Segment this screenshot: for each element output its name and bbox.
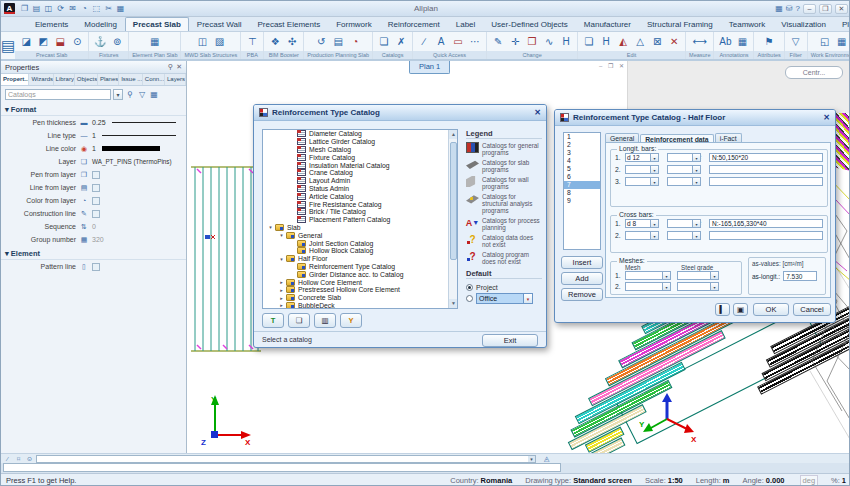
distributor-input[interactable]: N:50,150*20 [709, 153, 823, 162]
tree-item[interactable]: Fixture Catalog [263, 153, 457, 161]
type-number-row[interactable]: 8 [564, 189, 600, 197]
titlebar-icon[interactable]: ? [796, 4, 800, 13]
catalog-tool-button[interactable]: T [262, 313, 284, 328]
scroll-down-icon[interactable] [449, 299, 458, 308]
distributor-input[interactable] [709, 231, 823, 240]
track-tracing-icon[interactable]: ◬ [544, 455, 549, 463]
pen-tool-icon[interactable]: ∕ [3, 456, 12, 462]
tree-item[interactable]: Diameter Catalog [263, 130, 457, 138]
ribbon-tool-icon[interactable]: ▨ [211, 33, 227, 50]
ribbon-tool-icon[interactable]: △ [632, 33, 648, 50]
filter-icon[interactable]: ▽ [137, 90, 147, 99]
scrollbar-thumb[interactable] [450, 142, 457, 260]
dialog-close-icon[interactable]: ✕ [823, 113, 830, 122]
quick-access-icon[interactable]: ⟳ [55, 3, 66, 14]
tree-item[interactable]: Reinforcement Type Catalog [263, 263, 457, 271]
ribbon-tab[interactable]: Label [448, 17, 484, 31]
tree-item[interactable]: Fire Resistance Catalog [263, 200, 457, 208]
quick-access-icon[interactable]: ▦ [115, 3, 126, 14]
catalog-tool-button[interactable]: Y [340, 313, 362, 328]
angle-snap-icon[interactable]: ⊙ [25, 455, 34, 462]
project-radio[interactable] [466, 284, 473, 291]
dialog-titlebar[interactable]: Reinforcement Type Catalog ✕ [254, 105, 546, 121]
tree-item[interactable]: Hollow Block Catalog [263, 247, 457, 255]
steel-grade-combo[interactable] [667, 231, 701, 240]
ribbon-tab[interactable]: User-Defined Objects [483, 17, 575, 31]
ribbon-tool-icon[interactable]: ∕ [416, 33, 432, 50]
status-segment[interactable]: Scale:1:50 [645, 476, 683, 485]
ribbon-tool-icon[interactable]: ❏ [376, 33, 392, 50]
office-dropdown-icon[interactable] [524, 293, 533, 304]
office-combo[interactable]: Office [476, 293, 533, 304]
type-number-row[interactable]: 7 [564, 181, 600, 189]
tree-item[interactable]: Mesh Catalog [263, 146, 457, 154]
dropdown-icon[interactable] [651, 219, 659, 228]
steel-grade-combo[interactable] [667, 165, 701, 174]
catalog-tree[interactable]: Diameter Catalog Lattice Girder Catalog … [262, 129, 458, 309]
properties-tab[interactable]: Library [54, 74, 75, 85]
tree-item[interactable]: Girder Distance acc. to Catalog [263, 270, 457, 278]
diameter-combo[interactable] [625, 165, 659, 174]
ribbon-tab[interactable]: Plug-ins [834, 17, 850, 31]
tree-scrollbar[interactable] [448, 130, 457, 308]
tree-item[interactable]: Article Catalog [263, 192, 457, 200]
tree-item[interactable]: Lattice Girder Catalog [263, 138, 457, 146]
ribbon-tool-icon[interactable]: ◫ [194, 33, 210, 50]
ribbon-tool-icon[interactable]: ✗ [393, 33, 409, 50]
titlebar-icon[interactable]: ⛁ [786, 4, 793, 13]
office-radio[interactable] [466, 295, 473, 302]
line-color-value[interactable]: 1 [92, 145, 96, 152]
quick-access-icon[interactable]: ▤ [31, 3, 42, 14]
ribbon-tab[interactable]: Reinforcement [380, 17, 448, 31]
color-from-layer-checkbox[interactable] [92, 197, 100, 205]
tree-item[interactable]: Placement Pattern Catalog [263, 216, 457, 224]
tree-item[interactable]: ▾ Slab [263, 224, 457, 232]
ribbon-tool-icon[interactable]: ◱ [817, 33, 833, 50]
dialog-icon-button[interactable]: ▣ [733, 303, 748, 316]
tree-expander-icon[interactable]: ▾ [278, 256, 285, 262]
tree-expander-icon[interactable]: ▾ [278, 232, 285, 238]
tree-item[interactable]: Status Admin [263, 185, 457, 193]
properties-tab[interactable]: Propert... [1, 74, 29, 85]
dropdown-icon[interactable] [651, 165, 659, 174]
ribbon-tab[interactable]: Structural Framing [639, 17, 721, 31]
tree-item[interactable]: Crane Catalog [263, 169, 457, 177]
tree-item[interactable]: ▾ General [263, 231, 457, 239]
match-icon[interactable]: ⚲ [125, 90, 135, 99]
exit-button[interactable]: Exit [482, 334, 538, 347]
insert-button[interactable]: Insert [561, 256, 603, 269]
dialog-titlebar[interactable]: Reinforcement Type Catalog - Half Floor … [555, 110, 835, 126]
tree-item[interactable]: Insulation Material Catalog [263, 161, 457, 169]
ribbon-tool-icon[interactable]: ◭ [615, 33, 631, 50]
dropdown-icon[interactable] [651, 177, 659, 186]
properties-tab[interactable]: Conn... [143, 74, 165, 85]
ribbon-tool-icon[interactable]: ⊙ [69, 33, 85, 50]
steel-grade-combo[interactable] [667, 219, 701, 228]
status-segment[interactable]: %:1 [831, 476, 846, 485]
properties-tab[interactable]: Issue ... [119, 74, 143, 85]
dropdown-icon[interactable] [651, 153, 659, 162]
dropdown-icon[interactable] [711, 282, 719, 291]
tree-item[interactable]: ▾ Half Floor [263, 255, 457, 263]
ribbon-tool-icon[interactable]: ▤ [330, 33, 346, 50]
line-from-layer-checkbox[interactable] [92, 184, 100, 192]
catalog-search-input[interactable] [5, 89, 111, 100]
pen-from-layer-checkbox[interactable] [92, 171, 100, 179]
tree-expander-icon[interactable]: ▸ [278, 279, 285, 285]
ribbon-tool-icon[interactable]: ⚓ [92, 33, 108, 50]
properties-tab[interactable]: Planes [98, 74, 119, 85]
distributor-input[interactable]: N:-165,165,330*40 [709, 219, 823, 228]
tree-expander-icon[interactable]: ▸ [278, 302, 285, 308]
pin-icon[interactable]: ⚲ [168, 63, 173, 71]
ribbon-tool-icon[interactable]: ❐ [524, 33, 540, 50]
ribbon-tool-icon[interactable]: Ab [717, 33, 733, 50]
type-number-row[interactable]: 1 [564, 133, 600, 141]
ribbon-tab[interactable]: Formwork [328, 17, 380, 31]
dropdown-icon[interactable] [663, 271, 671, 280]
tree-item[interactable]: Layout Admin [263, 177, 457, 185]
cancel-button[interactable]: Cancel [793, 303, 831, 316]
steel-grade-combo[interactable] [667, 177, 701, 186]
status-segment[interactable]: deg [798, 476, 819, 485]
distributor-input[interactable] [709, 165, 823, 174]
close-button[interactable]: ✕ [835, 4, 848, 14]
